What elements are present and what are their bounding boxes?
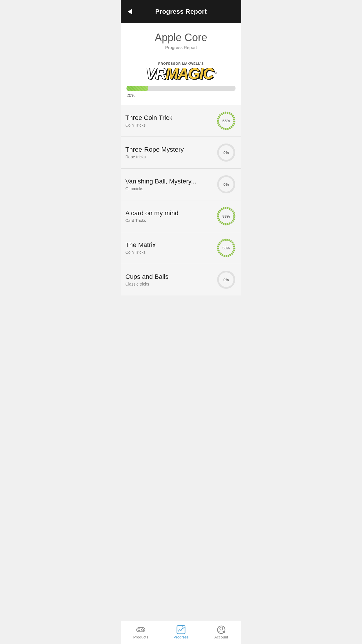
item-category: Gimmicks (125, 186, 212, 191)
item-title: The Matrix (125, 241, 212, 249)
item-category: Coin Tricks (125, 123, 212, 127)
item-text: Cups and Balls Classic tricks (125, 273, 212, 286)
circle-progress: 0% (216, 174, 237, 195)
list-item[interactable]: The Matrix Coin Tricks 50% (121, 232, 241, 264)
circle-progress: 0% (216, 269, 237, 290)
circle-label: 55% (222, 119, 230, 123)
list-item[interactable]: Three Coin Trick Coin Tricks 55% (121, 105, 241, 137)
item-text: A card on my mind Card Tricks (125, 209, 212, 223)
logo-wrapper: VR MAGIC ™ (146, 66, 216, 81)
item-category: Coin Tricks (125, 250, 212, 255)
item-title: Vanishing Ball, Mystery... (125, 178, 212, 185)
item-category: Classic tricks (125, 282, 212, 286)
vr-magic-logo: PROFESSOR MAXWELL'S VR MAGIC ™ (146, 62, 216, 81)
list-item[interactable]: Three-Rope Mystery Rope tricks 0% (121, 137, 241, 169)
circle-label: 0% (224, 150, 229, 155)
header: Progress Report (121, 0, 241, 23)
circle-label: 0% (224, 278, 229, 282)
magic-text: MAGIC (166, 66, 213, 81)
item-category: Card Tricks (125, 218, 212, 223)
list-item[interactable]: A card on my mind Card Tricks 83% (121, 200, 241, 232)
item-title: Three Coin Trick (125, 114, 212, 122)
overall-progress-bar-fill (126, 86, 148, 91)
item-text: Vanishing Ball, Mystery... Gimmicks (125, 178, 212, 191)
item-title: Three-Rope Mystery (125, 146, 212, 153)
overall-progress-bar-container (126, 86, 236, 91)
item-text: The Matrix Coin Tricks (125, 241, 212, 255)
circle-progress: 55% (216, 110, 237, 131)
app-name: Apple Core (125, 32, 237, 44)
logo-text-container: VR MAGIC ™ (146, 66, 216, 81)
overall-progress-label: 20% (126, 93, 236, 98)
back-button[interactable] (125, 7, 135, 16)
vr-magic-section: PROFESSOR MAXWELL'S VR MAGIC ™ 20% (121, 56, 241, 105)
item-title: A card on my mind (125, 209, 212, 217)
item-category: Rope tricks (125, 155, 212, 159)
list-item[interactable]: Vanishing Ball, Mystery... Gimmicks 0% (121, 169, 241, 200)
page-subtitle: Progress Report (125, 45, 237, 50)
list-item[interactable]: Cups and Balls Classic tricks 0% (121, 264, 241, 295)
circle-progress: 50% (216, 237, 237, 258)
item-text: Three-Rope Mystery Rope tricks (125, 146, 212, 159)
back-arrow-icon (128, 9, 132, 15)
title-section: Apple Core Progress Report (121, 23, 241, 56)
items-list: Three Coin Trick Coin Tricks 55% Three-R… (121, 105, 241, 295)
vr-text: VR (146, 66, 166, 81)
circle-label: 50% (222, 246, 230, 250)
item-title: Cups and Balls (125, 273, 212, 281)
header-title: Progress Report (137, 8, 225, 15)
item-text: Three Coin Trick Coin Tricks (125, 114, 212, 127)
tm-mark: ™ (213, 72, 216, 75)
circle-label: 0% (224, 182, 229, 187)
circle-progress: 0% (216, 142, 237, 163)
circle-label: 83% (222, 214, 230, 218)
circle-progress: 83% (216, 206, 237, 227)
